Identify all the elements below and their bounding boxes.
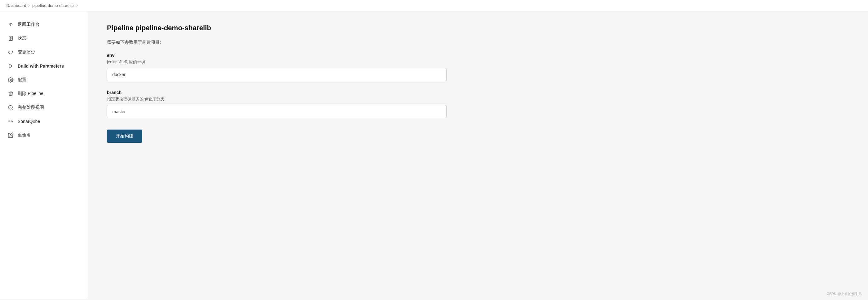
sidebar-item-history[interactable]: 变更历史 — [0, 45, 88, 59]
param-env-input[interactable] — [107, 68, 446, 81]
play-icon — [7, 63, 14, 69]
sidebar-item-stages[interactable]: 完整阶段视图 — [0, 101, 88, 115]
trash-icon — [7, 91, 14, 97]
svg-marker-5 — [9, 64, 12, 68]
sidebar-item-status[interactable]: 状态 — [0, 31, 88, 45]
param-branch-name: branch — [107, 90, 849, 95]
main-layout: 返回工作台 状态 变更历史 — [0, 11, 868, 299]
arrow-up-icon — [7, 21, 14, 28]
svg-point-6 — [10, 79, 12, 81]
page-subtitle: 需要如下参数用于构建项目: — [107, 40, 849, 45]
param-branch-input[interactable] — [107, 105, 446, 118]
sidebar-label-config: 配置 — [18, 77, 26, 83]
submit-build-button[interactable]: 开始构建 — [107, 129, 142, 143]
document-icon — [7, 35, 14, 41]
breadcrumb: Dashboard > pipeline-demo-sharelib > — [0, 0, 868, 11]
footer-watermark: CSDN @上树的解牛儿 — [827, 292, 862, 296]
sidebar-item-back[interactable]: 返回工作台 — [0, 18, 88, 31]
breadcrumb-dashboard[interactable]: Dashboard — [6, 3, 26, 8]
sidebar-label-build: Build with Parameters — [18, 63, 64, 68]
svg-point-7 — [8, 106, 12, 109]
sidebar-item-build[interactable]: Build with Parameters — [0, 59, 88, 73]
gear-icon — [7, 77, 14, 83]
sidebar-label-sonar: SonarQube — [18, 119, 40, 124]
sidebar-label-stages: 完整阶段视图 — [18, 105, 44, 110]
code-icon — [7, 49, 14, 55]
wave-icon — [7, 118, 14, 124]
param-branch-desc: 指定要拉取微服务的git仓库分支 — [107, 96, 849, 102]
param-env-desc: jenkinsfile对应的环境 — [107, 59, 849, 65]
pencil-icon — [7, 132, 14, 138]
sidebar-item-config[interactable]: 配置 — [0, 73, 88, 87]
sidebar: 返回工作台 状态 变更历史 — [0, 11, 88, 299]
sidebar-item-delete[interactable]: 删除 Pipeline — [0, 87, 88, 101]
sidebar-label-delete: 删除 Pipeline — [18, 91, 43, 96]
page-title: Pipeline pipeline-demo-sharelib — [107, 24, 849, 32]
param-env-section: env jenkinsfile对应的环境 — [107, 53, 849, 81]
search-icon — [7, 104, 14, 111]
sidebar-label-back: 返回工作台 — [18, 22, 40, 27]
sidebar-label-status: 状态 — [18, 35, 26, 41]
param-branch-section: branch 指定要拉取微服务的git仓库分支 — [107, 90, 849, 118]
breadcrumb-sep-2: > — [75, 3, 78, 8]
param-env-name: env — [107, 53, 849, 58]
sidebar-item-sonar[interactable]: SonarQube — [0, 115, 88, 128]
sidebar-label-history: 变更历史 — [18, 49, 35, 55]
breadcrumb-sep-1: > — [28, 3, 31, 8]
sidebar-label-rename: 重命名 — [18, 132, 31, 138]
svg-line-8 — [12, 109, 12, 110]
sidebar-item-rename[interactable]: 重命名 — [0, 128, 88, 142]
breadcrumb-pipeline[interactable]: pipeline-demo-sharelib — [32, 3, 74, 8]
main-content: Pipeline pipeline-demo-sharelib 需要如下参数用于… — [88, 11, 868, 299]
